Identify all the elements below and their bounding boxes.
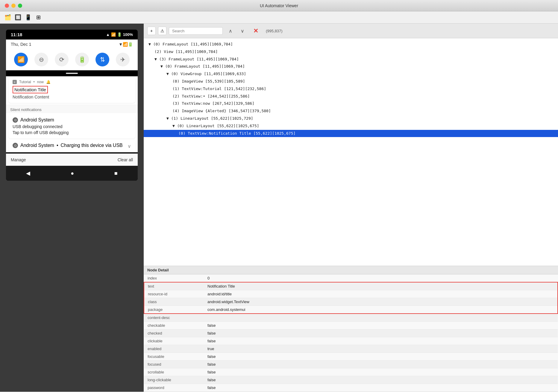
node-detail-value: false <box>204 353 558 361</box>
charging-title: Charging this device via USB <box>61 143 123 148</box>
usb-notification[interactable]: ⊙ Android System USB debugging connected… <box>8 114 135 139</box>
layers-icon[interactable]: 🔲 <box>14 13 22 22</box>
rotate-toggle[interactable]: ⟳ <box>55 53 69 66</box>
recents-button[interactable]: ■ <box>114 170 118 177</box>
node-detail-value: false <box>204 322 558 329</box>
tree-item[interactable]: (1) TextView:Tutorial [121,542][232,586] <box>144 85 558 93</box>
search-input[interactable] <box>169 27 223 35</box>
tree-item[interactable]: (0) ImageView [55,539][105,589] <box>144 78 558 85</box>
folder-icon[interactable]: 🗂️ <box>4 13 12 22</box>
node-detail-key: long-clickable <box>144 376 204 384</box>
warning-button[interactable]: ⚠ <box>158 27 166 35</box>
node-detail-row: textNotification Title <box>144 282 558 290</box>
node-detail-table: index0textNotification Titleresource-ida… <box>144 274 558 392</box>
qs-divider <box>66 73 78 74</box>
node-detail-key: focused <box>144 361 204 368</box>
tree-item[interactable]: ▼ (0) FrameLayout [11,495][1069,784] <box>144 41 558 48</box>
maximize-button[interactable] <box>18 4 22 8</box>
back-button[interactable]: ◀ <box>26 170 30 177</box>
minimize-button[interactable] <box>11 4 16 8</box>
tutorial-notification[interactable]: ≡ Tutorial • now 🔔 Notification Title No… <box>8 76 135 103</box>
node-detail-value: true <box>204 345 558 353</box>
nav-arrows: ∧ ∨ <box>225 26 248 36</box>
signal-wifi: ▼📶🔋 <box>119 42 133 47</box>
usb-notif-header: ⊙ Android System <box>13 117 131 123</box>
tree-item[interactable]: (3) TextView:now [267,542][329,586] <box>144 100 558 107</box>
node-detail-row: content-desc <box>144 314 558 322</box>
node-detail-row: resource-idandroid:id/title <box>144 290 558 298</box>
notif-time: now <box>37 80 44 84</box>
charging-notification[interactable]: ⊙ Android System • Charging this device … <box>8 140 135 152</box>
status-bar: 11:18 ▲ 📶 🔋 100% <box>6 30 138 39</box>
status-time: 11:18 <box>11 32 22 37</box>
phone-icon[interactable]: 📱 <box>24 13 32 22</box>
android-nav: ◀ ● ■ <box>6 166 138 181</box>
notification-area: ≡ Tutorial • now 🔔 Notification Title No… <box>6 76 138 152</box>
tree-item[interactable]: ▼ (0) LinearLayout [55,622][1025,675] <box>144 122 558 130</box>
manage-button[interactable]: Manage <box>11 157 26 162</box>
node-detail-key: password <box>144 384 204 392</box>
down-arrow-button[interactable]: ∨ <box>237 26 248 36</box>
node-detail-header: Node Detail <box>144 266 558 274</box>
clear-all-button[interactable]: Clear all <box>118 157 133 162</box>
node-detail-key: checked <box>144 329 204 337</box>
warning-icon: ⚠ <box>160 28 164 33</box>
tree-item[interactable]: (2) TextView:• [244,542][255,586] <box>144 93 558 100</box>
node-detail-key: focusable <box>144 353 204 361</box>
coordinates-display: (995,837) <box>266 29 283 33</box>
right-panel: + ⚠ ∧ ∨ ✕ (995,837) ▼ (0) FrameLayout [1… <box>144 24 558 392</box>
tree-item[interactable]: ▼ (0) FrameLayout [11,495][1069,784] <box>144 63 558 70</box>
tree-item[interactable]: ▼ (1) LinearLayout [55,622][1025,729] <box>144 115 558 122</box>
battery-toggle[interactable]: 🔋 <box>75 53 89 66</box>
date-label: Thu, Dec 1 <box>11 42 31 47</box>
node-detail-value: Notification Title <box>204 282 558 290</box>
charging-icon: ⊙ <box>13 143 18 148</box>
chevron-down-icon[interactable]: ∨ <box>128 143 131 149</box>
close-x-button[interactable]: ✕ <box>250 26 261 36</box>
node-detail-value: android:id/title <box>204 290 558 298</box>
node-detail-key: content-desc <box>144 314 204 322</box>
expand-button[interactable]: + <box>147 27 156 35</box>
up-arrow-button[interactable]: ∧ <box>225 26 236 36</box>
node-detail-value: com.android.systemui <box>204 306 558 314</box>
node-detail-row: clickablefalse <box>144 337 558 345</box>
android-screen: 11:18 ▲ 📶 🔋 100% Thu, Dec 1 ▼📶🔋 📶 ⊖ ⟳ 🔋 <box>6 30 138 181</box>
manage-bar: Manage Clear all <box>6 154 138 166</box>
notif-header: ≡ Tutorial • now 🔔 <box>13 80 131 84</box>
node-detail-key: enabled <box>144 345 204 353</box>
tree-item[interactable]: ▼ (3) FrameLayout [11,495][1069,784] <box>144 56 558 63</box>
airplane-toggle[interactable]: ✈ <box>116 53 130 66</box>
tree-item[interactable]: (0) TextView:Notification Title [55,622]… <box>144 130 558 137</box>
android-sys-name: Android System <box>20 117 54 123</box>
node-detail-row: checkedfalse <box>144 329 558 337</box>
tree-item[interactable]: ▼ (0) ViewGroup [11,495][1069,633] <box>144 70 558 78</box>
usb-debug-text: USB debugging connected <box>13 124 131 130</box>
node-detail-key: index <box>144 274 204 282</box>
node-detail-row: scrollablefalse <box>144 368 558 376</box>
node-detail-row: classandroid.widget.TextView <box>144 298 558 306</box>
node-detail-row: focusedfalse <box>144 361 558 368</box>
node-detail-value: false <box>204 329 558 337</box>
home-button[interactable]: ● <box>71 170 74 177</box>
tree-panel: ▼ (0) FrameLayout [11,495][1069,784](2) … <box>144 38 558 266</box>
node-detail-key: scrollable <box>144 368 204 376</box>
notif-title: Notification Title <box>13 86 48 93</box>
node-detail-key: resource-id <box>144 290 204 298</box>
grid-icon[interactable]: ⊞ <box>34 13 43 22</box>
window-controls <box>5 4 22 8</box>
tree-item[interactable]: (4) ImageView {Alerted} [346,547][379,58… <box>144 107 558 115</box>
node-detail-key: package <box>144 306 204 314</box>
tree-item[interactable]: (2) View [11,495][1069,784] <box>144 48 558 56</box>
charging-sys-name: Android System <box>20 143 54 148</box>
node-detail-value: 0 <box>204 274 558 282</box>
android-sys-icon: ⊙ <box>13 117 18 123</box>
node-detail-value: false <box>204 337 558 345</box>
app-icon: ≡ <box>13 80 17 84</box>
android-device-panel: 11:18 ▲ 📶 🔋 100% Thu, Dec 1 ▼📶🔋 📶 ⊖ ⟳ 🔋 <box>0 24 144 392</box>
dnd-toggle[interactable]: ⊖ <box>34 53 48 66</box>
wifi-toggle[interactable]: 📶 <box>14 53 28 66</box>
close-button[interactable] <box>5 4 9 8</box>
data-toggle[interactable]: ⇅ <box>95 53 109 66</box>
node-detail-row: index0 <box>144 274 558 282</box>
main-layout: 11:18 ▲ 📶 🔋 100% Thu, Dec 1 ▼📶🔋 📶 ⊖ ⟳ 🔋 <box>0 24 558 392</box>
